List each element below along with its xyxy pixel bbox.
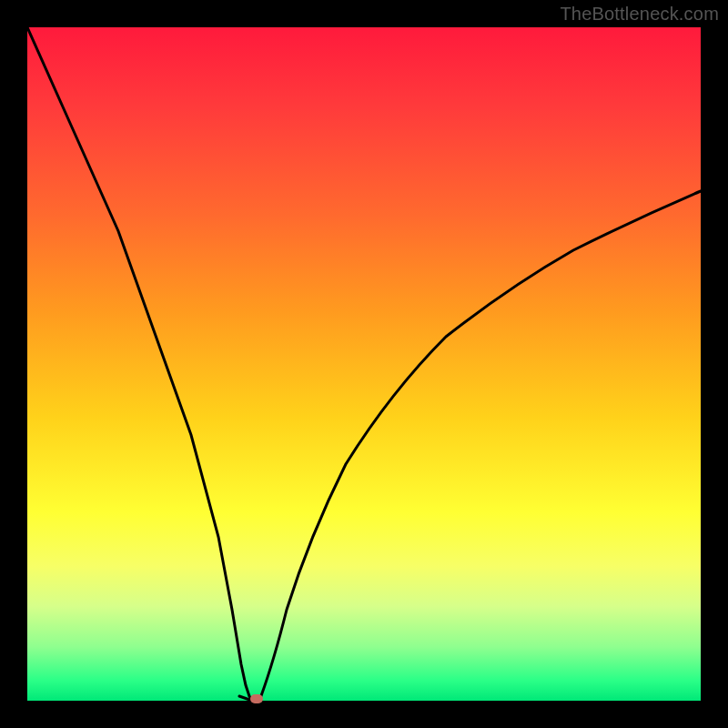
curve-svg xyxy=(27,27,701,701)
chart-page: TheBottleneck.com xyxy=(0,0,728,728)
watermark-label: TheBottleneck.com xyxy=(560,4,719,25)
plot-frame xyxy=(27,27,701,701)
valley-marker xyxy=(250,694,263,703)
curve-right xyxy=(259,191,701,701)
curve-left xyxy=(27,27,252,701)
